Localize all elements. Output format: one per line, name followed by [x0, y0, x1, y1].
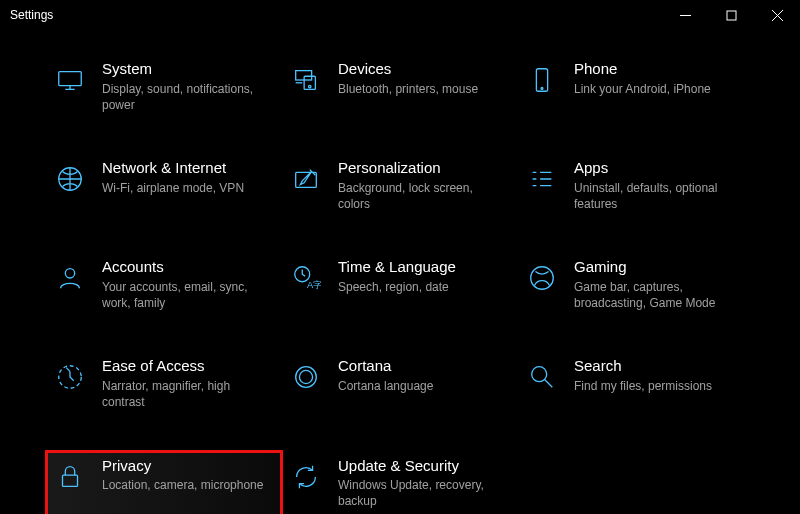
tile-title: Time & Language — [338, 258, 456, 277]
phone-icon — [524, 62, 560, 98]
tile-desc: Wi-Fi, airplane mode, VPN — [102, 180, 244, 196]
svg-point-16 — [532, 367, 547, 382]
tile-devices[interactable]: Devices Bluetooth, printers, mouse — [282, 54, 518, 123]
tile-desc: Uninstall, defaults, optional features — [574, 180, 744, 212]
tile-desc: Bluetooth, printers, mouse — [338, 81, 478, 97]
tile-title: Ease of Access — [102, 357, 272, 376]
svg-point-4 — [309, 85, 311, 87]
tile-update-security[interactable]: Update & Security Windows Update, recove… — [282, 451, 518, 515]
tile-network[interactable]: Network & Internet Wi-Fi, airplane mode,… — [46, 153, 282, 222]
svg-text:A字: A字 — [307, 281, 321, 291]
tile-title: Search — [574, 357, 712, 376]
system-icon — [52, 62, 88, 98]
tile-desc: Display, sound, notifications, power — [102, 81, 272, 113]
person-icon — [52, 260, 88, 296]
tile-desc: Location, camera, microphone — [102, 477, 263, 493]
tile-title: Phone — [574, 60, 711, 79]
globe-icon — [52, 161, 88, 197]
svg-point-12 — [531, 267, 554, 290]
devices-icon — [288, 62, 324, 98]
svg-point-9 — [65, 269, 74, 278]
tile-title: Privacy — [102, 457, 263, 476]
tile-desc: Find my files, permissions — [574, 378, 712, 394]
tile-privacy[interactable]: Privacy Location, camera, microphone — [46, 451, 282, 515]
tile-ease-of-access[interactable]: Ease of Access Narrator, magnifier, high… — [46, 351, 282, 420]
svg-rect-0 — [727, 11, 736, 20]
cortana-icon — [288, 359, 324, 395]
tile-desc: Windows Update, recovery, backup — [338, 477, 508, 509]
tile-time-language[interactable]: A字 Time & Language Speech, region, date — [282, 252, 518, 321]
tile-system[interactable]: System Display, sound, notifications, po… — [46, 54, 282, 123]
tile-desc: Speech, region, date — [338, 279, 456, 295]
minimize-button[interactable] — [662, 0, 708, 30]
time-language-icon: A字 — [288, 260, 324, 296]
svg-point-15 — [299, 371, 312, 384]
tile-cortana[interactable]: Cortana Cortana language — [282, 351, 518, 420]
tile-title: Personalization — [338, 159, 508, 178]
paintbrush-icon — [288, 161, 324, 197]
tile-phone[interactable]: Phone Link your Android, iPhone — [518, 54, 754, 123]
tile-title: Update & Security — [338, 457, 508, 476]
tile-title: Network & Internet — [102, 159, 244, 178]
update-icon — [288, 459, 324, 495]
tile-desc: Background, lock screen, colors — [338, 180, 508, 212]
tile-desc: Your accounts, email, sync, work, family — [102, 279, 272, 311]
window-controls — [662, 0, 800, 30]
tile-title: Gaming — [574, 258, 744, 277]
lock-icon — [52, 459, 88, 495]
tile-apps[interactable]: Apps Uninstall, defaults, optional featu… — [518, 153, 754, 222]
tile-gaming[interactable]: Gaming Game bar, captures, broadcasting,… — [518, 252, 754, 321]
tile-title: Accounts — [102, 258, 272, 277]
search-icon — [524, 359, 560, 395]
tile-desc: Game bar, captures, broadcasting, Game M… — [574, 279, 744, 311]
svg-rect-17 — [63, 475, 78, 486]
close-button[interactable] — [754, 0, 800, 30]
settings-grid: System Display, sound, notifications, po… — [0, 30, 800, 514]
tile-title: System — [102, 60, 272, 79]
svg-rect-1 — [59, 72, 82, 86]
svg-point-6 — [541, 88, 543, 90]
tile-accounts[interactable]: Accounts Your accounts, email, sync, wor… — [46, 252, 282, 321]
tile-desc: Narrator, magnifier, high contrast — [102, 378, 272, 410]
titlebar: Settings — [0, 0, 800, 30]
tile-title: Apps — [574, 159, 744, 178]
tile-title: Devices — [338, 60, 478, 79]
tile-title: Cortana — [338, 357, 433, 376]
apps-icon — [524, 161, 560, 197]
tile-desc: Cortana language — [338, 378, 433, 394]
xbox-icon — [524, 260, 560, 296]
ease-of-access-icon — [52, 359, 88, 395]
tile-desc: Link your Android, iPhone — [574, 81, 711, 97]
tile-personalization[interactable]: Personalization Background, lock screen,… — [282, 153, 518, 222]
window-title: Settings — [10, 8, 53, 22]
maximize-button[interactable] — [708, 0, 754, 30]
tile-search[interactable]: Search Find my files, permissions — [518, 351, 754, 420]
